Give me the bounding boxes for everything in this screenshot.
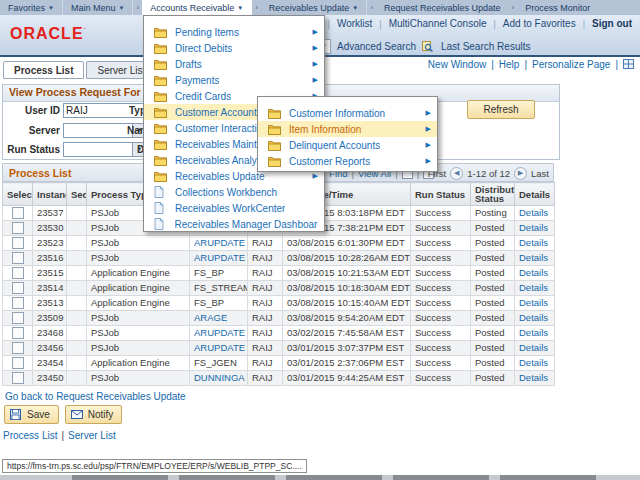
details-link[interactable]: Details — [519, 207, 548, 218]
seq-cell — [67, 251, 87, 266]
last-search-results-link[interactable]: Last Search Results — [441, 41, 531, 52]
details-link[interactable]: Details — [519, 252, 548, 263]
details-link[interactable]: Details — [519, 222, 548, 233]
row-select-checkbox[interactable] — [12, 237, 24, 249]
row-select-checkbox[interactable] — [12, 267, 24, 279]
menu-item[interactable]: Direct Debits ▶ — [144, 40, 324, 56]
menu-item[interactable]: Payments ▶ — [144, 72, 324, 88]
process-name-cell: FS_BP — [190, 296, 248, 311]
pagination-range: 1-12 of 12 — [467, 168, 510, 179]
row-select-checkbox[interactable] — [12, 282, 24, 294]
menu-item-label: Receivables Manager Dashboard — [175, 219, 318, 230]
run-status-label: Run Status — [2, 144, 60, 155]
distribution-status-cell: Posting — [471, 206, 515, 221]
details-link[interactable]: Details — [519, 267, 548, 278]
breadcrumb-label: Main Menu — [71, 3, 116, 13]
copy-url-grid-icon[interactable] — [623, 58, 636, 70]
row-select-checkbox[interactable] — [12, 312, 24, 324]
process-name-cell[interactable]: ARUPDATE — [190, 326, 248, 341]
details-link[interactable]: Details — [519, 297, 548, 308]
row-select-checkbox[interactable] — [12, 357, 24, 369]
save-button[interactable]: Save — [4, 405, 59, 424]
menu-item[interactable]: Drafts ▶ — [144, 56, 324, 72]
row-select-checkbox[interactable] — [12, 297, 24, 309]
folder-icon — [154, 154, 167, 166]
menu-item[interactable]: Receivables WorkCenter ▶ — [144, 200, 324, 216]
process-name-cell[interactable]: ARUPDATE — [190, 341, 248, 356]
menu-item[interactable]: Collections Workbench ▶ — [144, 184, 324, 200]
row-select-checkbox[interactable] — [12, 372, 24, 384]
details-link[interactable]: Details — [519, 342, 548, 353]
sign-out-link[interactable]: Sign out — [592, 18, 632, 29]
breadcrumb-main-menu[interactable]: Main Menu ▼ — [63, 0, 133, 15]
chevron-down-icon: ▼ — [237, 5, 243, 11]
row-select-checkbox[interactable] — [12, 207, 24, 219]
seq-cell — [67, 281, 87, 296]
instance-cell: 23450 — [33, 371, 67, 386]
row-select-checkbox[interactable] — [12, 342, 24, 354]
row-select-checkbox[interactable] — [12, 222, 24, 234]
footer-buttons: Save Notify — [4, 405, 122, 424]
instance-cell: 23516 — [33, 251, 67, 266]
row-select-checkbox[interactable] — [12, 327, 24, 339]
breadcrumb-receivables-update[interactable]: Receivables Update ▼ — [261, 0, 368, 15]
breadcrumb-process-monitor[interactable]: Process Monitor — [517, 0, 598, 15]
menu-item[interactable]: Customer Reports ▶ — [258, 153, 437, 169]
seq-cell — [67, 236, 87, 251]
menu-item[interactable]: Receivables Manager Dashboard ▶ — [144, 216, 324, 232]
multichannel-console-link[interactable]: MultiChannel Console — [389, 18, 487, 29]
refresh-button[interactable]: Refresh — [467, 100, 535, 119]
process-type-cell: Application Engine — [87, 356, 190, 371]
details-link[interactable]: Details — [519, 237, 548, 248]
prev-page-icon[interactable]: ◀ — [450, 167, 463, 180]
menu-item-label: Delinquent Accounts — [289, 140, 380, 151]
new-window-link[interactable]: New Window — [428, 59, 486, 70]
details-link[interactable]: Details — [519, 372, 548, 383]
breadcrumb-accounts-receivable[interactable]: Accounts Receivable ▼ — [142, 0, 252, 15]
worklist-link[interactable]: Worklist — [337, 18, 372, 29]
save-icon — [10, 409, 23, 421]
breadcrumb-favorites[interactable]: Favorites ▼ — [0, 0, 63, 15]
details-link[interactable]: Details — [519, 357, 548, 368]
tab-process-list[interactable]: Process List — [3, 61, 84, 79]
instance-cell: 23454 — [33, 356, 67, 371]
notify-button[interactable]: Notify — [65, 405, 123, 424]
details-link[interactable]: Details — [519, 312, 548, 323]
advanced-search-link[interactable]: Advanced Search — [337, 41, 416, 52]
distribution-status-cell: Posted — [471, 281, 515, 296]
folder-icon — [154, 122, 167, 134]
row-select-checkbox[interactable] — [12, 252, 24, 264]
grid-title: Process List — [9, 167, 71, 179]
col-seq: Seq. — [67, 183, 87, 206]
breadcrumb-request-receivables-update[interactable]: Request Receivables Update — [376, 0, 509, 15]
server-list-bottom-link[interactable]: Server List — [68, 430, 116, 441]
table-row: 23513 Application Engine FS_BP RAIJ 03/0… — [3, 296, 555, 311]
menu-item[interactable]: Pending Items ▶ — [144, 24, 324, 40]
details-link[interactable]: Details — [519, 282, 548, 293]
breadcrumb-label: Receivables Update — [269, 3, 350, 13]
process-name-cell: FS_BP — [190, 266, 248, 281]
personalize-page-link[interactable]: Personalize Page — [532, 59, 610, 70]
details-link[interactable]: Details — [519, 327, 548, 338]
process-name-cell[interactable]: ARAGE — [190, 311, 248, 326]
process-name-cell[interactable]: ARUPDATE — [190, 251, 248, 266]
menu-item[interactable]: Customer Information ▶ — [258, 105, 437, 121]
help-link[interactable]: Help — [499, 59, 520, 70]
process-type-cell: PSJob — [87, 341, 190, 356]
process-list-bottom-link[interactable]: Process List — [3, 430, 57, 441]
menu-item[interactable]: Item Information ▶ — [258, 121, 437, 137]
menu-item[interactable]: Delinquent Accounts ▶ — [258, 137, 437, 153]
table-row: 23523 PSJob ARUPDATE RAIJ 03/08/2015 6:0… — [3, 236, 555, 251]
run-status-select[interactable]: ▼ — [63, 142, 147, 157]
pagination-last-label[interactable]: Last — [531, 168, 549, 179]
go-back-link[interactable]: Go back to Request Receivables Update — [5, 391, 186, 402]
menu-item-label: Customer Accounts — [175, 107, 262, 118]
seq-cell — [67, 221, 87, 236]
process-name-cell[interactable]: DUNNINGA — [190, 371, 248, 386]
instance-cell: 23513 — [33, 296, 67, 311]
utility-links: Home| Worklist| MultiChannel Console| Ad… — [294, 18, 632, 29]
process-name-cell[interactable]: ARUPDATE — [190, 236, 248, 251]
divider: | — [615, 59, 618, 70]
next-page-icon[interactable]: ▶ — [514, 167, 527, 180]
add-to-favorites-link[interactable]: Add to Favorites — [503, 18, 576, 29]
